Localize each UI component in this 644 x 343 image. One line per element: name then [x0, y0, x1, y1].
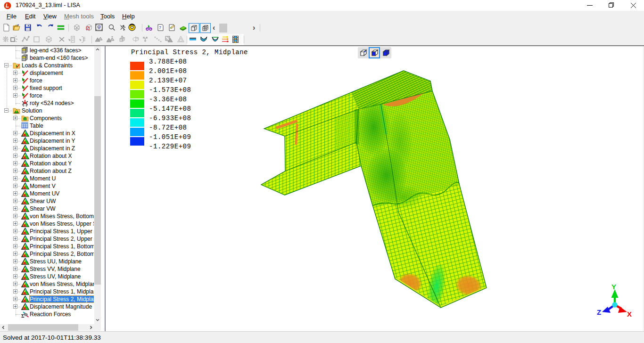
svg-text:7: 7: [159, 25, 161, 30]
svg-text:Y: Y: [611, 283, 616, 291]
svg-text:Z: Z: [597, 308, 601, 316]
svg-text:Σ: Σ: [21, 313, 25, 318]
svg-text:X: X: [627, 310, 632, 318]
